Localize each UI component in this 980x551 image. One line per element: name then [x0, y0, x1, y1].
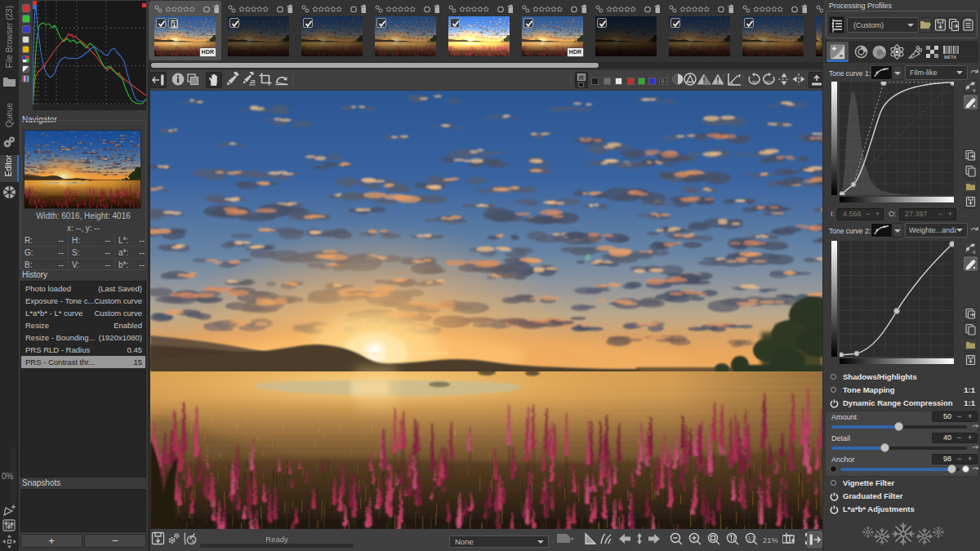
svg-text:90°: 90°	[765, 80, 773, 85]
svg-text:1:1: 1:1	[748, 535, 755, 541]
svg-text:90°: 90°	[752, 80, 760, 85]
svg-text:META: META	[944, 55, 956, 60]
